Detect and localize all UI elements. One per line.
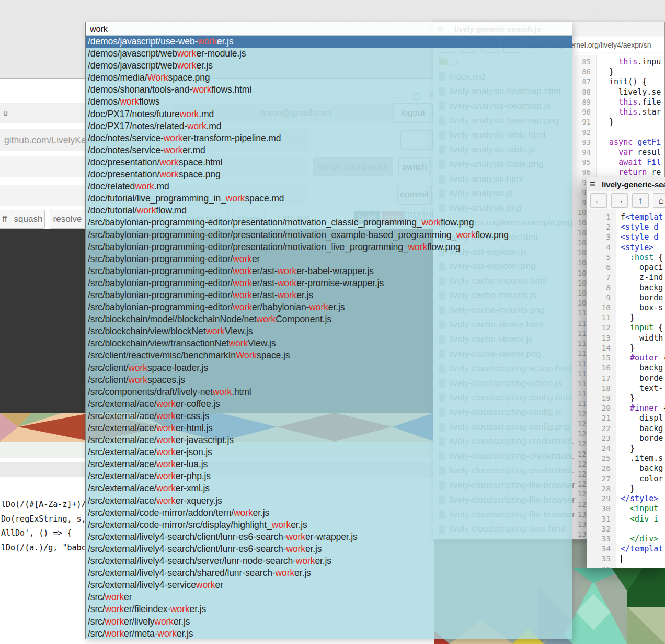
line-number: 22 (587, 424, 616, 434)
palette-item[interactable]: /src/worker/meta-worker.js (86, 628, 572, 639)
palette-item[interactable]: /src/external/lively4-search/client/lunr… (86, 543, 572, 555)
palette-item[interactable]: /src/components/draft/lively-network.htm… (86, 386, 572, 398)
code-line: backg (621, 283, 665, 293)
search-input[interactable]: work (86, 22, 572, 36)
line-number: 33 (587, 534, 616, 544)
palette-item[interactable]: /src/babylonian-programming-editor/prese… (86, 241, 572, 253)
palette-item[interactable]: /src/external/ace/worker-javascript.js (86, 434, 572, 446)
line-number: 9 (587, 293, 616, 303)
code-line (621, 554, 665, 564)
palette-item[interactable]: /src/babylonian-programming-editor/worke… (86, 277, 572, 289)
palette-item[interactable]: /demos/workflows (86, 96, 572, 108)
line-number: 8 (587, 283, 616, 293)
palette-item[interactable]: /src/worker (86, 591, 572, 603)
line-number: 7 (587, 273, 616, 283)
palette-item[interactable]: /doc/presentation/workspace.png (86, 168, 572, 180)
palette-item[interactable]: /src/babylonian-programming-editor/worke… (86, 289, 572, 301)
palette-item[interactable]: /src/external/ace/worker-xquery.js (86, 495, 572, 507)
code-line: opaci (621, 263, 665, 273)
line-number: 94 (575, 148, 596, 157)
palette-item[interactable]: /src/blockchain/view/blockNetworkView.js (86, 325, 572, 337)
palette-item[interactable]: /src/external/ace/worker-php.js (86, 470, 572, 482)
code-line: lively.se (600, 87, 665, 97)
palette-item[interactable]: /doc/PX17/notes/futurework.md (86, 108, 572, 120)
line-number: 4 (587, 243, 616, 253)
palette-item[interactable]: /src/blockchain/model/blockchainNode/net… (86, 313, 572, 325)
palette-item[interactable]: /src/external/ace/worker-lua.js (86, 458, 572, 470)
line-number: 11 (587, 313, 616, 323)
editor-title: lively-generic-search.js (602, 180, 665, 189)
code-line: async getFi (600, 138, 665, 148)
code-line: return re (600, 167, 665, 177)
palette-item[interactable]: /src/external/ace/worker-json.js (86, 446, 572, 458)
line-number: 91 (575, 117, 596, 127)
palette-item[interactable]: /src/external/lively4-serviceworker (86, 579, 572, 591)
code-line: </templat (621, 544, 665, 554)
palette-item[interactable]: /src/external/ace/worker-coffee.js (86, 398, 572, 410)
palette-item[interactable]: /doc/presentation/workspace.html (86, 156, 572, 168)
code-line: <input (621, 504, 665, 514)
menu-icon[interactable]: ≡ (590, 178, 595, 190)
palette-item[interactable]: /src/worker/livelyworker.js (86, 616, 572, 628)
line-number: 34 (587, 544, 616, 554)
editor-navbar: ← → ↑ ⌂ (587, 191, 665, 209)
line-number: 85 (575, 57, 596, 67)
palette-item[interactable]: /src/worker/fileindex-worker.js (86, 603, 572, 615)
palette-item[interactable]: /src/babylonian-programming-editor/worke… (86, 301, 572, 313)
palette-item[interactable]: /src/external/ace/worker-html.js (86, 422, 572, 434)
line-number: 21 (587, 413, 616, 423)
squash-button[interactable]: squash (12, 210, 45, 229)
palette-item[interactable]: /doc/notes/service-worker.md (86, 144, 572, 156)
line-number: 30 (587, 504, 616, 514)
palette-item[interactable]: /src/external/lively4-search/server/lunr… (86, 555, 572, 567)
back-icon[interactable]: ← (590, 193, 607, 208)
palette-item[interactable]: /src/external/code-mirror/src/display/hi… (86, 519, 572, 531)
line-number: 90 (575, 107, 596, 117)
code-line: <style d (621, 222, 665, 232)
line-number: 92 (575, 128, 596, 138)
code-line: this.inpu (600, 57, 665, 67)
home-icon[interactable]: ⌂ (653, 193, 665, 208)
editor-code[interactable]: f<templat<style d<style d<style> :host {… (621, 212, 665, 568)
palette-item[interactable]: /src/external/code-mirror/addon/tern/wor… (86, 507, 572, 519)
palette-item[interactable]: /demos/shonan/tools-and-workflows.html (86, 84, 572, 96)
code-line: width (621, 333, 665, 343)
palette-item[interactable]: /src/external/lively4-search/client/lunr… (86, 531, 572, 543)
code-line: :host { (621, 253, 665, 263)
forward-icon[interactable]: → (611, 193, 628, 208)
palette-item[interactable]: /src/babylonian-programming-editor/worke… (86, 253, 572, 265)
code-line: z-ind (621, 273, 665, 283)
palette-item[interactable]: /doc/tutorial/workflow.md (86, 205, 572, 217)
editor-titlebar[interactable]: ≡ lively-generic-search.js (587, 177, 665, 192)
palette-item[interactable]: /src/external/ace/worker-css.js (86, 410, 572, 422)
palette-item[interactable]: /src/babylonian-programming-editor/prese… (86, 229, 572, 241)
palette-item[interactable]: /src/external/lively4-search/shared/lunr… (86, 567, 572, 579)
line-number: 25 (587, 454, 616, 464)
palette-item[interactable]: /demos/javascript/webworker.js (86, 60, 572, 72)
palette-item[interactable]: /demos/javascript/use-web-worker.js (86, 36, 572, 48)
palette-item[interactable]: /doc/relatedwork.md (86, 180, 572, 193)
palette-item[interactable]: /doc/PX17/notes/related-work.md (86, 120, 572, 132)
palette-item[interactable]: /demos/javascript/webworker-module.js (86, 48, 572, 60)
resolve-button[interactable]: resolve (50, 210, 85, 229)
palette-item[interactable]: /demos/media/Workspace.png (86, 72, 572, 84)
code-line: borde (621, 434, 665, 444)
palette-item[interactable]: /src/external/ace/worker-xml.js (86, 482, 572, 494)
palette-item[interactable]: /src/client/workspaces.js (86, 374, 572, 386)
palette-item[interactable]: /src/client/reactive/misc/benchmarkInWor… (86, 349, 572, 361)
line-number: 15 (587, 353, 616, 363)
palette-item[interactable]: /src/babylonian-programming-editor/prese… (86, 217, 572, 229)
code-editor-window: ≡ lively-generic-search.js ← → ↑ ⌂ 12345… (587, 177, 665, 568)
palette-item[interactable]: /src/client/workspace-loader.js (86, 362, 572, 374)
line-number: 26 (587, 464, 616, 473)
line-number: 93 (575, 138, 596, 148)
line-number: 13 (587, 333, 616, 343)
code-line: box-s (621, 303, 665, 313)
palette-item[interactable]: /doc/notes/service-worker-transform-pipe… (86, 132, 572, 144)
up-icon[interactable]: ↑ (632, 193, 649, 208)
palette-item[interactable]: /src/babylonian-programming-editor/worke… (86, 265, 572, 277)
palette-item[interactable]: /doc/tutorial/live_programming_in_worksp… (86, 193, 572, 205)
code-line: backg (621, 424, 665, 434)
palette-item[interactable]: /src/blockchain/view/transactionNetworkV… (86, 337, 572, 349)
line-number: 36 (587, 564, 616, 568)
